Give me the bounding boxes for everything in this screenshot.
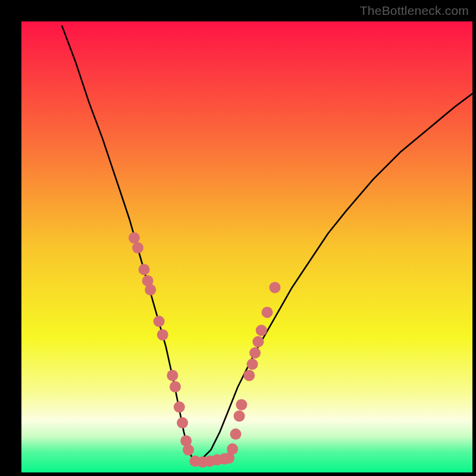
marker-dot [230, 428, 242, 440]
marker-dot [262, 306, 273, 318]
marker-dot [139, 264, 150, 275]
bottleneck-curve [62, 26, 472, 464]
marker-dot [243, 370, 255, 381]
marker-dot [183, 444, 194, 456]
marker-dot [270, 282, 281, 293]
marker-dot [132, 242, 143, 253]
marker-dot [129, 232, 140, 243]
marker-dot [170, 381, 181, 393]
marker-dots [129, 232, 281, 468]
marker-dot [174, 402, 185, 413]
marker-dot [157, 329, 168, 340]
marker-dot [227, 443, 238, 455]
marker-dot [154, 316, 165, 327]
marker-dot [247, 359, 258, 370]
watermark-text: TheBottleneck.com [360, 4, 469, 18]
marker-dot [167, 370, 178, 381]
marker-dot [249, 347, 261, 359]
chart-overlay [21, 21, 472, 472]
chart-plot-area [21, 21, 472, 472]
marker-dot [234, 411, 245, 422]
marker-dot [256, 325, 267, 336]
marker-dot [145, 284, 156, 296]
marker-dot [236, 399, 247, 411]
marker-dot [177, 417, 188, 428]
marker-dot [252, 336, 264, 347]
